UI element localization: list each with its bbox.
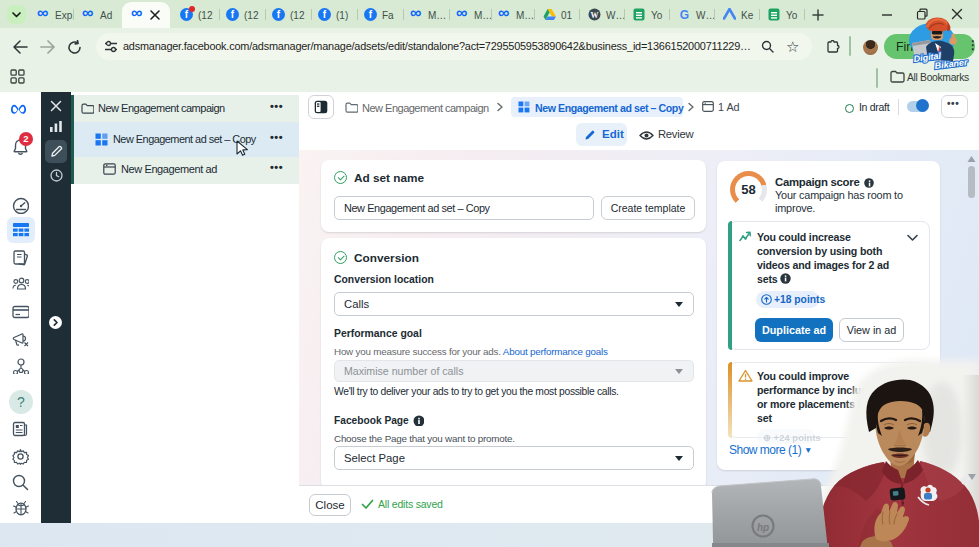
svg-text:hp: hp [757, 522, 769, 533]
